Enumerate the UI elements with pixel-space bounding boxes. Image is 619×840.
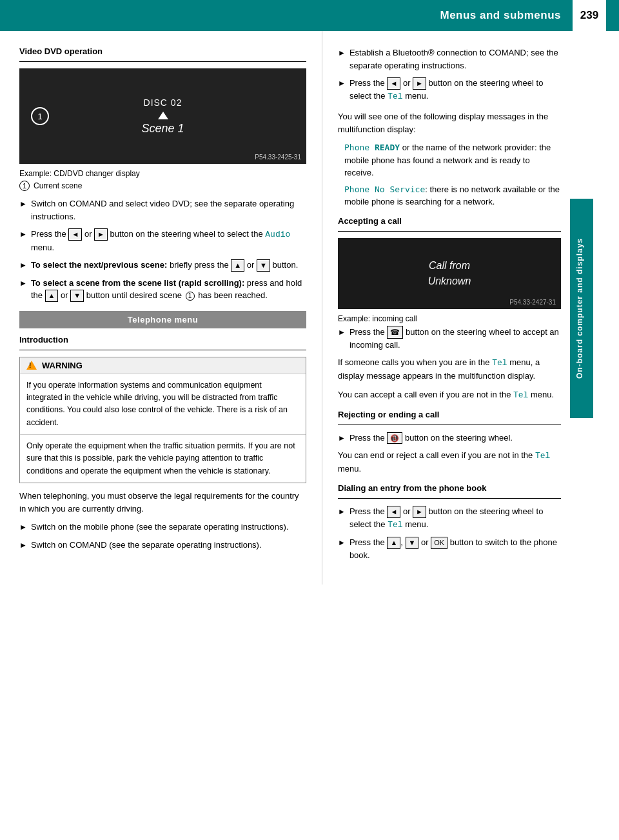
accept-bullet: ► Press the ☎ button on the steering whe… (338, 326, 561, 352)
left-column: Video DVD operation DISC 02 1 Scene 1 P5… (0, 31, 322, 585)
dial-b2-mid1: , (400, 537, 405, 547)
call-line2: Unknown (428, 274, 471, 289)
reject-bullet: ► Press the 📵 button on the steering whe… (338, 432, 561, 445)
arrow-icon-dial2: ► (338, 537, 346, 548)
warning-label: WARNING (42, 361, 83, 370)
dvd-bullet4-mid: or (58, 290, 70, 300)
main-layout: Video DVD operation DISC 02 1 Scene 1 P5… (0, 31, 619, 585)
bt-bullet1: ► Establish a Bluetooth® connection to C… (338, 46, 561, 72)
arrow-icon-tel2: ► (19, 539, 27, 551)
btn-down-1: ▼ (257, 259, 270, 272)
tel-paragraph1: When telephoning, you must observe the l… (19, 490, 306, 515)
rejecting-call-title: Rejecting or ending a call (338, 410, 561, 419)
right-column: ► Establish a Bluetooth® connection to C… (322, 31, 593, 585)
dvd-bullet2-mono: Audio (265, 230, 290, 239)
divider-accept (338, 231, 561, 232)
dial-b1-prefix: Press the (349, 506, 388, 516)
dvd-bullet4-end: has been reached. (196, 290, 268, 300)
call-caption: Example: incoming call (338, 314, 561, 323)
dvd-caption1: Example: CD/DVD changer display (19, 169, 306, 178)
side-tab: On-board computer and displays (570, 199, 593, 418)
divider-dial (338, 498, 561, 499)
dvd-bullet3-bold: To select the next/previous scene: (31, 260, 167, 270)
btn-right-bt: ► (413, 77, 426, 90)
warning-body2: Only operate the equipment when the traf… (20, 434, 306, 483)
accept-para1-mono: Tel (492, 358, 507, 368)
bt-bullet1-text: Establish a Bluetooth® connection to COM… (349, 46, 561, 72)
warning-header: WARNING (20, 357, 306, 374)
telephone-menu-section: Telephone menu Introduction WARNING If y… (19, 311, 306, 552)
btn-up-dial: ▲ (387, 537, 400, 549)
tel-menu-box: Telephone menu (19, 311, 306, 328)
msg2-mono: Phone No Service (344, 185, 425, 194)
call-line1: Call from (428, 258, 471, 274)
accepting-call-section: Accepting a call Call from Unknown P54.3… (338, 216, 561, 402)
btn-up-2: ▲ (45, 290, 59, 302)
btn-up-1: ▲ (231, 259, 244, 272)
rejecting-call-section: Rejecting or ending a call ► Press the 📵… (338, 410, 561, 476)
dvd-bullet3-text: briefly press the (167, 260, 231, 270)
header-title: Menus and submenus (440, 9, 561, 22)
dial-b1-mono: Tel (388, 520, 402, 530)
tel-bullet1: ► Switch on the mobile phone (see the se… (19, 521, 306, 534)
arrow-icon-3: ► (19, 259, 27, 271)
warning-triangle-icon (26, 361, 37, 370)
dvd-bullet3: ► To select the next/previous scene: bri… (19, 259, 306, 272)
btn-left-1: ◄ (68, 228, 82, 241)
dvd-bullet4-end-prefix: button until desired scene (84, 290, 184, 300)
dvd-bullet1-text: Switch on COMAND and select video DVD; s… (31, 197, 306, 223)
dvd-bullet2-prefix: Press the (31, 229, 69, 239)
btn-left-bt: ◄ (387, 77, 400, 90)
header: Menus and submenus 239 (0, 0, 619, 31)
dial-b2-mid2: or (418, 537, 431, 547)
dvd-disc-label: DISC 02 (144, 97, 182, 108)
bluetooth-section: ► Establish a Bluetooth® connection to C… (338, 46, 561, 103)
dvd-caption2-text: Current scene (34, 181, 82, 190)
accept-para1: If someone calls you when you are in the… (338, 356, 561, 383)
arrow-icon-tel1: ► (19, 521, 27, 533)
btn-ok-dial: OK (431, 537, 447, 549)
arrow-icon-4: ► (19, 277, 27, 289)
video-dvd-section: Video DVD operation DISC 02 1 Scene 1 P5… (19, 46, 306, 302)
dvd-caption2: 1 Current scene (19, 181, 306, 191)
reject-bullet-content: Press the 📵 button on the steering wheel… (349, 432, 513, 445)
accept-para2-prefix: You can accept a call even if you are no… (338, 390, 513, 399)
bt-bullet2-prefix: Press the (349, 78, 388, 88)
dial-bullet1: ► Press the ◄ or ► button on the steerin… (338, 505, 561, 531)
arrow-icon-1: ► (19, 198, 27, 210)
dvd-bullet1: ► Switch on COMAND and select video DVD;… (19, 197, 306, 223)
dvd-bullet4-content: To select a scene from the scene list (r… (31, 277, 306, 302)
bt-bullet2-content: Press the ◄ or ► button on the steering … (349, 77, 561, 103)
reject-prefix: Press the (349, 433, 388, 443)
dvd-bullet2-suffix: button on the steering wheel to select t… (108, 229, 265, 239)
display-messages-para: You will see one of the following displa… (338, 110, 561, 136)
dvd-bullet3-mid: or (244, 260, 257, 270)
divider-reject (338, 425, 561, 425)
reject-para1-prefix: You can end or reject a call even if you… (338, 450, 535, 460)
dvd-triangle-icon (158, 112, 168, 119)
accept-para2-mono: Tel (513, 390, 528, 400)
dvd-bullet2-end: menu. (31, 243, 54, 252)
tel-bullet2: ► Switch on COMAND (see the separate ope… (19, 539, 306, 552)
accepting-call-title: Accepting a call (338, 216, 561, 226)
introduction-title: Introduction (19, 335, 306, 345)
msg1: Phone READY or the name of the network p… (344, 141, 561, 179)
dvd-bullet4-bold: To select a scene from the scene list (r… (31, 278, 244, 288)
dial-b2-prefix: Press the (349, 537, 388, 547)
reject-suffix: button on the steering wheel. (402, 433, 513, 443)
arrow-icon-dial1: ► (338, 506, 346, 517)
bt-bullet2-end: menu. (403, 91, 429, 101)
dvd-circle-badge: 1 (31, 107, 49, 125)
dvd-circle-num: 1 (19, 181, 30, 191)
page-number: 239 (573, 0, 606, 31)
tel-bullet2-text: Switch on COMAND (see the separate opera… (31, 539, 262, 552)
divider-video (19, 61, 306, 62)
dial-bullet1-content: Press the ◄ or ► button on the steering … (349, 505, 561, 531)
accept-bullet-content: Press the ☎ button on the steering wheel… (349, 326, 561, 352)
call-display-image: Call from Unknown P54.33-2427-31 (338, 238, 561, 309)
dial-b1-end: menu. (403, 519, 429, 529)
divider-intro (19, 350, 306, 350)
accept-para2-end: menu. (528, 390, 554, 399)
btn-right-1: ► (94, 228, 108, 241)
btn-left-dial: ◄ (387, 506, 400, 518)
